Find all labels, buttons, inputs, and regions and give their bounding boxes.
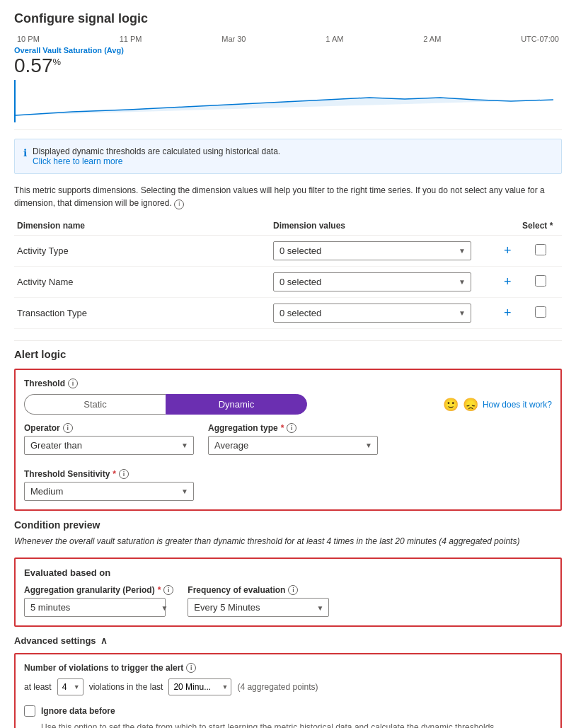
table-row: Transaction Type 0 selected ▼ +: [14, 298, 562, 329]
in-the-last-dropdown[interactable]: 5 Minutes 10 Minutes 15 Minutes 20 Minu.…: [168, 678, 231, 695]
page-title: Configure signal logic: [14, 11, 562, 26]
ignore-data-row: Ignore data before: [24, 705, 552, 717]
advanced-settings-header[interactable]: Advanced settings ∧: [14, 635, 562, 646]
dim-values-dropdown-2[interactable]: 0 selected ▼: [273, 304, 471, 323]
dim-values-dropdown-1[interactable]: 0 selected ▼: [273, 272, 471, 291]
aggregation-type-select[interactable]: Average Minimum Maximum Total Count: [208, 436, 378, 455]
dim-values-select-2[interactable]: 0 selected: [273, 304, 471, 323]
frequency-of-evaluation-label: Frequency of evaluation i: [188, 585, 329, 595]
threshold-sensitivity-field: Threshold Sensitivity * i Low Medium Hig…: [24, 469, 194, 501]
info-banner: ℹ Displayed dynamic thresholds are calcu…: [14, 139, 562, 174]
chart-value: 0.57%: [14, 54, 562, 77]
operator-label: Operator i: [24, 423, 194, 433]
ignore-data-label: Ignore data before: [41, 706, 115, 716]
dim-add-button-2[interactable]: +: [500, 306, 516, 320]
violations-row: at least 1 2 3 4 5 ▼ violations in the l…: [24, 678, 552, 695]
dimensions-description: This metric supports dimensions. Selecti…: [14, 184, 562, 209]
threshold-sensitivity-dropdown[interactable]: Low Medium High ▼: [24, 482, 194, 501]
operator-select[interactable]: Greater than Less than Greater than or e…: [24, 436, 194, 455]
info-banner-link[interactable]: Click here to learn more: [33, 156, 280, 166]
col-dimension-values: Dimension values: [270, 216, 497, 236]
info-icon: ℹ: [23, 147, 27, 158]
dim-name-2: Transaction Type: [14, 298, 270, 329]
dim-checkbox-1[interactable]: [535, 275, 546, 287]
advanced-settings-section: Advanced settings ∧ Number of violations…: [14, 635, 562, 728]
at-least-dropdown[interactable]: 1 2 3 4 5 ▼: [57, 678, 83, 695]
chart-time-axis: 10 PM 11 PM Mar 30 1 AM 2 AM UTC-07:00: [14, 35, 562, 43]
table-row: Activity Type 0 selected ▼ +: [14, 236, 562, 267]
condition-preview-text: Whenever the overall vault saturation is…: [14, 535, 562, 548]
operator-info-icon[interactable]: i: [63, 423, 73, 433]
dim-values-dropdown-0[interactable]: 0 selected ▼: [273, 241, 471, 260]
operator-field: Operator i Greater than Less than Greate…: [24, 423, 194, 455]
aggregated-note: (4 aggregated points): [237, 682, 318, 692]
aggregation-type-label: Aggregation type * i: [208, 423, 378, 433]
aggregation-granularity-dropdown[interactable]: 1 minute 5 minutes 10 minutes 15 minutes…: [24, 598, 173, 617]
col-select: Select *: [519, 216, 562, 236]
smile-icon: 🙂: [443, 397, 459, 412]
threshold-info-icon[interactable]: i: [68, 379, 78, 388]
how-it-works-link[interactable]: 🙂 😞 How does it work?: [443, 397, 552, 412]
dimensions-info-icon[interactable]: i: [174, 200, 184, 209]
dim-checkbox-2[interactable]: [535, 306, 546, 318]
ignore-data-description: Use this option to set the date from whi…: [24, 721, 552, 728]
dim-add-button-0[interactable]: +: [500, 243, 516, 258]
eval-fields-row: Aggregation granularity (Period) * i 1 m…: [24, 585, 552, 617]
dimensions-table: Dimension name Dimension values Select *…: [14, 216, 562, 329]
alert-logic-title: Alert logic: [14, 348, 562, 360]
dim-values-select-0[interactable]: 0 selected: [273, 241, 471, 260]
violations-section: Number of violations to trigger the aler…: [24, 663, 552, 695]
violations-info-icon[interactable]: i: [186, 663, 196, 673]
aggregation-granularity-select[interactable]: 1 minute 5 minutes 10 minutes 15 minutes…: [24, 598, 166, 617]
dim-values-select-1[interactable]: 0 selected: [273, 272, 471, 291]
sad-icon: 😞: [463, 397, 478, 412]
condition-preview-title: Condition preview: [14, 519, 562, 531]
frequency-info-icon[interactable]: i: [288, 585, 298, 595]
chart-visualization: [14, 80, 562, 122]
ignore-data-checkbox[interactable]: [24, 705, 35, 717]
frequency-of-evaluation-field: Frequency of evaluation i Every 1 Minute…: [188, 585, 329, 617]
in-the-last-select[interactable]: 5 Minutes 10 Minutes 15 Minutes 20 Minu.…: [168, 678, 231, 695]
col-dimension-name: Dimension name: [14, 216, 270, 236]
chevron-up-icon: ∧: [100, 635, 108, 646]
dimensions-section: This metric supports dimensions. Selecti…: [14, 184, 562, 329]
dim-name-0: Activity Type: [14, 236, 270, 267]
alert-logic-fields: Operator i Greater than Less than Greate…: [24, 423, 552, 501]
violations-title: Number of violations to trigger the aler…: [24, 663, 552, 673]
chart-area: 10 PM 11 PM Mar 30 1 AM 2 AM UTC-07:00 O…: [14, 35, 562, 130]
frequency-select[interactable]: Every 1 Minute Every 5 Minutes Every 10 …: [188, 598, 329, 617]
aggregation-type-info-icon[interactable]: i: [287, 423, 296, 433]
threshold-toggle-row: Static Dynamic 🙂 😞 How does it work?: [24, 394, 552, 415]
aggregation-granularity-field: Aggregation granularity (Period) * i 1 m…: [24, 585, 173, 617]
condition-preview-section: Condition preview Whenever the overall v…: [14, 519, 562, 548]
table-row: Activity Name 0 selected ▼ +: [14, 267, 562, 298]
advanced-settings-box: Number of violations to trigger the aler…: [14, 653, 562, 728]
threshold-label: Threshold i: [24, 379, 552, 388]
operator-dropdown[interactable]: Greater than Less than Greater than or e…: [24, 436, 194, 455]
chart-svg: [16, 80, 560, 119]
threshold-toggle-group: Static Dynamic: [24, 394, 307, 415]
info-banner-text: Displayed dynamic thresholds are calcula…: [33, 146, 280, 156]
ignore-data-section: Ignore data before Use this option to se…: [24, 705, 552, 728]
dim-add-button-1[interactable]: +: [500, 275, 516, 289]
dynamic-toggle-button[interactable]: Dynamic: [166, 394, 307, 415]
frequency-dropdown[interactable]: Every 1 Minute Every 5 Minutes Every 10 …: [188, 598, 329, 617]
aggregation-granularity-label: Aggregation granularity (Period) * i: [24, 585, 173, 595]
threshold-sensitivity-info-icon[interactable]: i: [119, 469, 129, 479]
evaluated-based-on-box: Evaluated based on Aggregation granulari…: [14, 557, 562, 627]
aggregation-type-field: Aggregation type * i Average Minimum Max…: [208, 423, 378, 455]
chart-metric-label: Overall Vault Saturation (Avg): [14, 46, 562, 54]
aggregation-type-dropdown[interactable]: Average Minimum Maximum Total Count ▼: [208, 436, 378, 455]
threshold-sensitivity-label: Threshold Sensitivity * i: [24, 469, 194, 479]
threshold-sensitivity-select[interactable]: Low Medium High: [24, 482, 194, 501]
dim-name-1: Activity Name: [14, 267, 270, 298]
aggregation-granularity-info-icon[interactable]: i: [163, 585, 173, 595]
at-least-select[interactable]: 1 2 3 4 5: [57, 678, 83, 695]
evaluated-based-on-title: Evaluated based on: [24, 567, 552, 578]
alert-logic-section: Alert logic Threshold i Static Dynamic 🙂…: [14, 348, 562, 511]
static-toggle-button[interactable]: Static: [24, 394, 166, 415]
dim-checkbox-0[interactable]: [535, 244, 546, 255]
threshold-box: Threshold i Static Dynamic 🙂 😞 How does …: [14, 369, 562, 511]
